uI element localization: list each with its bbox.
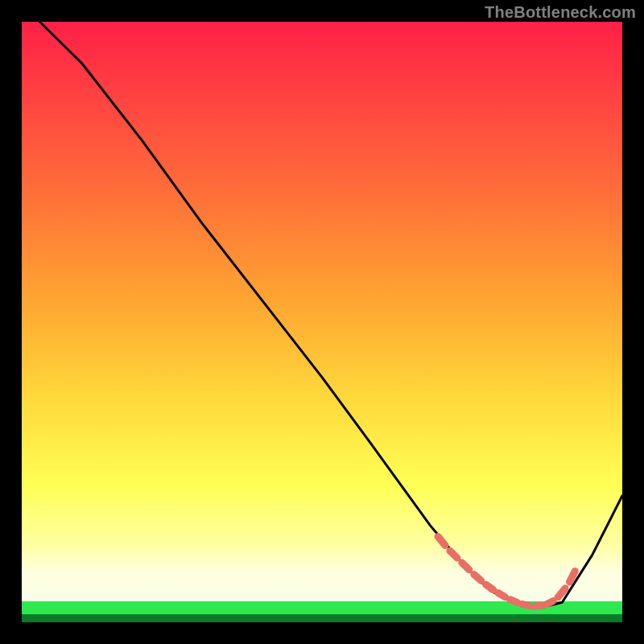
optimal-dash-segment [462,563,469,570]
optimal-dash-segment [498,592,506,597]
optimal-dash-segment [570,572,576,582]
chart-stage: TheBottleneck.com [0,0,644,644]
watermark-text: TheBottleneck.com [485,3,636,22]
optimal-dash-segment [546,601,553,605]
optimal-dash-segment [510,600,518,603]
optimal-dash-segment [450,551,457,558]
optimal-dash-segment [522,604,529,605]
optimal-dash-segment [534,605,541,606]
optimal-dash-segment [474,575,481,581]
bottleneck-chart [0,0,644,644]
optimal-dash-segment [486,584,493,589]
green-baseline-dark [22,614,622,622]
gradient-background [22,22,622,601]
